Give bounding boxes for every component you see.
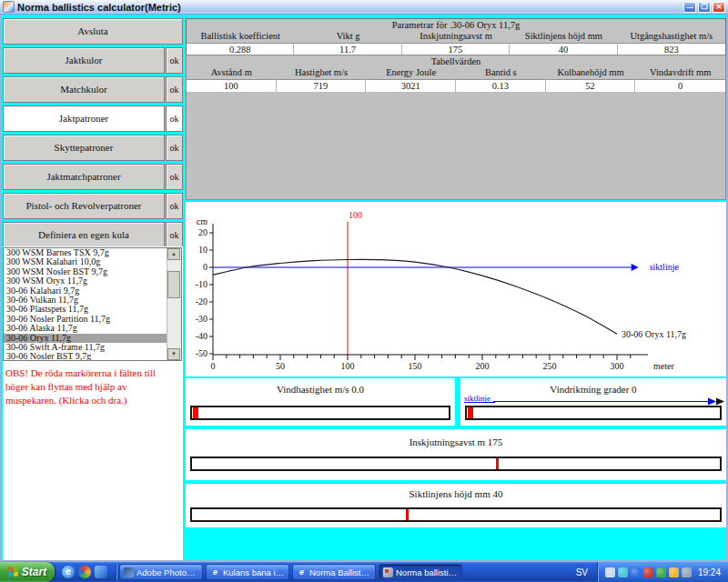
table-cell[interactable]: 0.288 bbox=[187, 43, 294, 55]
task-button-norma-ballistics-calcul[interactable]: Norma ballistics calcul... bbox=[379, 564, 462, 580]
window-content: AvslutaJaktkulorokMatchkulorokJaktpatron… bbox=[0, 15, 728, 562]
sidebar-button-jaktkulor[interactable]: Jaktkulor bbox=[3, 47, 165, 74]
wind-direction-slider[interactable] bbox=[465, 406, 722, 420]
system-tray: 19:24 bbox=[597, 562, 728, 582]
quick-launch: e bbox=[55, 566, 113, 578]
ok-button[interactable]: ok bbox=[166, 105, 183, 132]
y-tick-label: 0 bbox=[203, 262, 207, 272]
wind-speed-marker[interactable] bbox=[193, 407, 198, 418]
app-icon bbox=[383, 567, 393, 577]
zero-distance-marker[interactable] bbox=[496, 458, 499, 469]
trajectory-chart: siktlinje10020100-10-20-30-40-50cm050100… bbox=[186, 202, 726, 376]
table-cell: 100 bbox=[187, 79, 277, 92]
sight-height-marker[interactable] bbox=[406, 509, 409, 520]
ok-button[interactable]: ok bbox=[166, 222, 183, 248]
sidebar-row: Skyttepatronerok bbox=[3, 135, 183, 161]
wind-direction-panel: Vindriktning grader 0 siktlinje bbox=[460, 378, 726, 426]
ok-button[interactable]: ok bbox=[166, 164, 183, 190]
y-tick-label: -50 bbox=[196, 348, 207, 358]
x-tick-label: 200 bbox=[476, 361, 490, 371]
task-button-label: Adobe Photoshop Ele... bbox=[136, 567, 198, 577]
x-tick-label: 0 bbox=[211, 361, 216, 371]
table-cell: 0 bbox=[635, 79, 725, 92]
close-icon[interactable]: ✕ bbox=[713, 2, 725, 13]
left-lower-area: 300 WSM Barnes TSX 9,7g300 WSM Kalahari … bbox=[3, 246, 183, 560]
table-cell[interactable]: 40 bbox=[510, 43, 617, 55]
sidebar-button-pistol-och-revolverpatroner[interactable]: Pistol- och Revolverpatroner bbox=[3, 193, 165, 219]
table-row: 10071930210.13520 bbox=[187, 79, 725, 92]
x-tick-label: 250 bbox=[543, 361, 557, 371]
column-header: Utgångshastighet m/s bbox=[618, 30, 725, 43]
ie-quick-launch-icon[interactable]: e bbox=[62, 566, 75, 578]
task-button-norma-ballistik-java-p[interactable]: eNorma Ballistik Java P... bbox=[292, 564, 376, 580]
ok-button[interactable]: ok bbox=[166, 135, 183, 161]
column-header: Vindavdrift mm bbox=[635, 66, 725, 79]
wind-direction-marker[interactable] bbox=[468, 407, 473, 418]
sight-height-slider[interactable] bbox=[190, 507, 722, 522]
black-arrowhead-icon bbox=[716, 398, 724, 406]
task-button-adobe-photoshop-ele[interactable]: Adobe Photoshop Ele... bbox=[119, 564, 203, 580]
trajectory-curve-label: 30-06 Oryx 11,7g bbox=[622, 329, 686, 339]
sidebar-button-definiera-en-egen-kula[interactable]: Definiera en egen kula bbox=[3, 222, 165, 248]
scroll-down-icon[interactable]: ▼ bbox=[167, 348, 180, 360]
drag-hint-note: OBS! De röda markörerna i fälten till hö… bbox=[3, 363, 183, 407]
sidebar-button-skyttepatroner[interactable]: Skyttepatroner bbox=[3, 135, 165, 161]
taskbar-clock: 19:24 bbox=[698, 567, 721, 577]
sidebar-button-matchkulor[interactable]: Matchkulor bbox=[3, 76, 165, 103]
table-cell[interactable]: 823 bbox=[618, 43, 725, 55]
photoshop-icon bbox=[124, 567, 134, 577]
ok-button[interactable]: ok bbox=[166, 76, 183, 103]
maximize-icon[interactable]: ❐ bbox=[698, 2, 711, 13]
start-button[interactable]: Start bbox=[0, 562, 55, 582]
column-header: Avstånd m bbox=[187, 66, 277, 79]
scroll-thumb[interactable] bbox=[167, 271, 180, 298]
task-button-label: Kulans bana i kikarsikt... bbox=[223, 567, 285, 577]
tray-icon[interactable] bbox=[643, 567, 653, 577]
sidebar-buttons: AvslutaJaktkulorokMatchkulorokJaktpatron… bbox=[3, 18, 183, 251]
task-button-kulans-bana-i-kikarsikt[interactable]: eKulans bana i kikarsikt... bbox=[206, 564, 289, 580]
trajectory-curve bbox=[213, 259, 617, 334]
window-title: Norma ballistics calculator(Metric) bbox=[17, 1, 683, 14]
sidebar-button-jaktmatchpatroner[interactable]: Jaktmatchpatroner bbox=[3, 164, 165, 190]
table-cell: 3021 bbox=[366, 79, 456, 92]
ok-button[interactable]: ok bbox=[166, 47, 183, 74]
title-bar: Norma ballistics calculator(Metric) — ❐ … bbox=[0, 0, 728, 15]
tray-icon[interactable] bbox=[618, 567, 628, 577]
range-marker-label: 100 bbox=[349, 210, 362, 220]
tray-icon[interactable] bbox=[669, 567, 679, 577]
y-axis-unit-label: cm bbox=[197, 216, 207, 226]
quick-launch-icon[interactable] bbox=[95, 566, 107, 578]
column-header: Inskjutningsavst m bbox=[402, 30, 510, 43]
ok-button[interactable]: ok bbox=[166, 193, 183, 219]
sightline-chart-label: siktlinje bbox=[650, 262, 680, 272]
table-cell[interactable]: 11.7 bbox=[294, 43, 401, 55]
list-item[interactable]: 30-06 Nosler BST 9,7g bbox=[4, 352, 167, 360]
values-table: TabellvärdenAvstånd mHastighet m/sEnergy… bbox=[187, 55, 725, 92]
sidebar-row: Jaktpatronerok bbox=[3, 105, 183, 132]
language-indicator[interactable]: SV bbox=[567, 567, 597, 577]
ie-icon: e bbox=[297, 567, 307, 577]
list-item[interactable]: 300 WSM Oryx 11,7g bbox=[4, 276, 167, 286]
wind-speed-slider[interactable] bbox=[190, 406, 450, 420]
scroll-up-icon[interactable]: ▲ bbox=[167, 248, 180, 260]
taskbar: Start e Adobe Photoshop Ele...eKulans ba… bbox=[0, 562, 728, 582]
window-controls: — ❐ ✕ bbox=[683, 2, 725, 13]
column-header: Bantid s bbox=[456, 66, 546, 79]
table-cell[interactable]: 175 bbox=[402, 43, 510, 55]
minimize-icon[interactable]: — bbox=[683, 2, 696, 13]
column-header: Hastighet m/s bbox=[277, 66, 367, 79]
parameters-table: Parametrar för .30-06 Oryx 11,7gBallisti… bbox=[186, 18, 726, 56]
tray-icon[interactable] bbox=[605, 567, 615, 577]
zero-distance-slider[interactable] bbox=[190, 457, 722, 471]
quick-launch-icon[interactable] bbox=[78, 566, 91, 578]
sidebar-row: Matchkulorok bbox=[3, 76, 183, 103]
tray-icon[interactable] bbox=[682, 567, 692, 577]
sidebar-button-jaktpatroner[interactable]: Jaktpatroner bbox=[3, 105, 165, 132]
table-title: Parametrar för .30-06 Oryx 11,7g bbox=[187, 19, 725, 30]
sidebar-button-avsluta[interactable]: Avsluta bbox=[3, 18, 183, 45]
scrollbar[interactable]: ▲ ▼ bbox=[167, 248, 181, 360]
tray-icon[interactable] bbox=[631, 567, 641, 577]
list-item[interactable]: 30-06 Alaska 11,7g bbox=[4, 324, 167, 333]
x-axis-unit-label: meter bbox=[653, 361, 674, 371]
tray-icon[interactable] bbox=[656, 567, 666, 577]
